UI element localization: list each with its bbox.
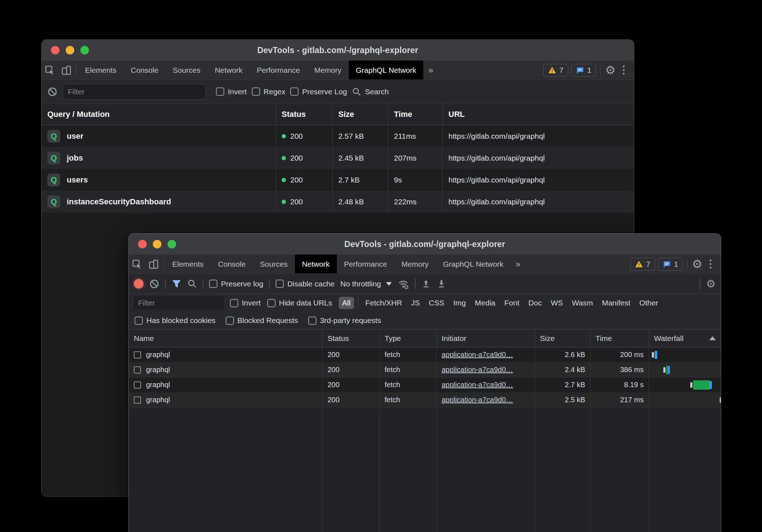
tab-elements[interactable]: Elements (165, 255, 211, 274)
table-row[interactable]: Qjobs 200 2.45 kB 207ms https://gitlab.c… (42, 147, 634, 169)
filter-funnel-icon[interactable] (171, 279, 182, 289)
tab-sources[interactable]: Sources (253, 255, 295, 274)
clear-icon[interactable] (149, 279, 159, 289)
request-type-filters: All Fetch/XHR JS CSS Img Media Font Doc … (339, 297, 661, 309)
type-filter-css[interactable]: CSS (426, 297, 447, 309)
minimize-button[interactable] (66, 46, 74, 54)
minimize-button[interactable] (153, 240, 161, 248)
issues-badge[interactable]: 1 (571, 64, 596, 77)
row-checkbox[interactable] (134, 381, 141, 389)
tab-sources[interactable]: Sources (166, 61, 208, 80)
network-settings-gear-icon[interactable]: ⚙ (706, 279, 716, 289)
hide-data-urls-checkbox[interactable] (267, 299, 276, 307)
tab-performance[interactable]: Performance (250, 61, 307, 80)
column-header-time[interactable]: Time (388, 104, 443, 125)
clear-icon[interactable] (47, 87, 57, 97)
request-row[interactable]: graphql 200 fetch application-a7ca9d0… 2… (129, 362, 721, 377)
column-header-url[interactable]: URL (443, 104, 634, 125)
zoom-button[interactable] (80, 46, 89, 54)
type-filter-wasm[interactable]: Wasm (569, 297, 596, 309)
request-row[interactable]: graphql 200 fetch application-a7ca9d0… 2… (129, 347, 721, 362)
import-har-icon[interactable] (421, 279, 431, 289)
tab-memory[interactable]: Memory (307, 61, 349, 80)
tab-console[interactable]: Console (124, 61, 166, 80)
column-header-time[interactable]: Time (591, 329, 649, 347)
type-filter-ws[interactable]: WS (548, 297, 566, 309)
type-filter-font[interactable]: Font (502, 297, 522, 309)
request-row[interactable]: graphql 200 fetch application-a7ca9d0… 2… (129, 377, 721, 393)
column-header-status[interactable]: Status (276, 104, 333, 125)
blocked-requests-checkbox[interactable] (226, 317, 234, 325)
type-filter-manifest[interactable]: Manifest (599, 297, 633, 309)
table-row[interactable]: Qusers 200 2.7 kB 9s https://gitlab.com/… (42, 169, 634, 191)
column-header-waterfall[interactable]: Waterfall (649, 329, 721, 347)
request-row[interactable]: graphql 200 fetch application-a7ca9d0… 2… (129, 393, 721, 408)
more-tabs-icon[interactable]: » (511, 255, 525, 274)
settings-gear-icon[interactable]: ⚙ (605, 64, 616, 76)
has-blocked-cookies-checkbox[interactable] (135, 317, 143, 325)
tab-network[interactable]: Network (208, 61, 250, 80)
inspect-element-icon[interactable] (42, 61, 58, 80)
tab-memory[interactable]: Memory (394, 255, 436, 274)
type-filter-js[interactable]: JS (408, 297, 423, 309)
record-button[interactable] (134, 279, 144, 289)
settings-gear-icon[interactable]: ⚙ (692, 258, 702, 270)
inspect-element-icon[interactable] (129, 255, 145, 274)
column-header-size[interactable]: Size (535, 329, 591, 347)
initiator-link[interactable]: application-a7ca9d0… (442, 396, 513, 404)
export-har-icon[interactable] (437, 279, 446, 289)
device-toolbar-icon[interactable] (145, 255, 162, 274)
tab-graphql-network[interactable]: GraphQL Network (436, 255, 511, 274)
tab-console[interactable]: Console (211, 255, 253, 274)
disable-cache-checkbox[interactable] (276, 280, 284, 288)
column-header-query-mutation[interactable]: Query / Mutation (42, 104, 276, 125)
customize-menu-icon[interactable] (618, 66, 629, 75)
type-filter-all[interactable]: All (339, 297, 354, 309)
regex-checkbox[interactable] (252, 87, 260, 96)
preserve-log-checkbox[interactable] (209, 280, 217, 288)
table-row[interactable]: Quser 200 2.57 kB 211ms https://gitlab.c… (42, 125, 634, 147)
row-checkbox[interactable] (134, 366, 141, 374)
filter-input[interactable] (134, 296, 224, 309)
row-checkbox[interactable] (134, 351, 141, 358)
tab-network[interactable]: Network (295, 255, 337, 274)
type-filter-media[interactable]: Media (472, 297, 498, 309)
column-header-name[interactable]: Name (129, 329, 323, 347)
warnings-badge[interactable]: ! 7 (543, 64, 568, 77)
type-filter-fetch-xhr[interactable]: Fetch/XHR (362, 297, 405, 309)
network-conditions-icon[interactable] (398, 278, 409, 290)
window-titlebar[interactable]: DevTools - gitlab.com/-/graphql-explorer (42, 40, 634, 61)
throttling-dropdown[interactable]: No throttling (340, 280, 392, 288)
column-header-type[interactable]: Type (380, 329, 437, 347)
search-control[interactable]: Search (352, 87, 389, 96)
row-checkbox[interactable] (134, 396, 141, 404)
invert-checkbox[interactable] (216, 87, 224, 96)
initiator-link[interactable]: application-a7ca9d0… (442, 366, 513, 374)
customize-menu-icon[interactable] (705, 260, 716, 269)
initiator-link[interactable]: application-a7ca9d0… (442, 351, 513, 359)
zoom-button[interactable] (168, 240, 176, 248)
table-row[interactable]: QinstanceSecurityDashboard 200 2.48 kB 2… (42, 191, 634, 213)
tab-elements[interactable]: Elements (78, 61, 124, 80)
tab-performance[interactable]: Performance (337, 255, 394, 274)
close-button[interactable] (138, 240, 147, 248)
column-header-initiator[interactable]: Initiator (437, 329, 535, 347)
device-toolbar-icon[interactable] (58, 61, 75, 80)
issues-badge[interactable]: 1 (658, 258, 683, 271)
warnings-badge[interactable]: ! 7 (630, 258, 655, 271)
invert-checkbox[interactable] (230, 299, 238, 307)
filter-input[interactable] (62, 84, 206, 100)
close-button[interactable] (51, 46, 60, 54)
preserve-log-checkbox[interactable] (290, 87, 298, 96)
type-filter-img[interactable]: Img (451, 297, 469, 309)
column-header-status[interactable]: Status (323, 329, 380, 347)
column-header-size[interactable]: Size (333, 104, 388, 125)
search-icon[interactable] (187, 279, 197, 289)
more-tabs-icon[interactable]: » (423, 61, 438, 80)
initiator-link[interactable]: application-a7ca9d0… (442, 381, 513, 389)
type-filter-other[interactable]: Other (636, 297, 661, 309)
type-filter-doc[interactable]: Doc (526, 297, 545, 309)
third-party-requests-checkbox[interactable] (308, 317, 316, 325)
tab-graphql-network[interactable]: GraphQL Network (349, 61, 423, 80)
window-titlebar[interactable]: DevTools - gitlab.com/-/graphql-explorer (129, 234, 721, 255)
